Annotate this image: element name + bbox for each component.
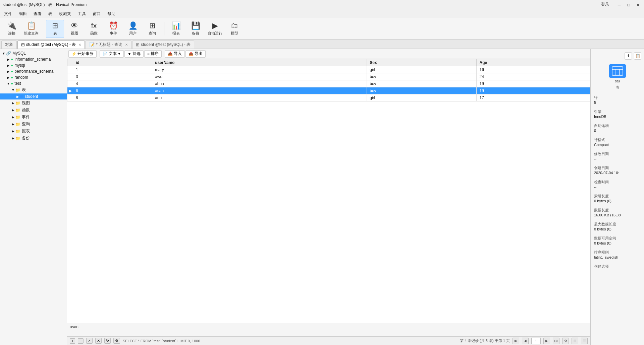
toolbar-sep-2 — [43, 22, 43, 36]
tree-label: 查询 — [22, 121, 30, 127]
menu-查看[interactable]: 查看 — [31, 10, 44, 17]
toolbar-model[interactable]: 🗂模型 — [225, 20, 244, 38]
tree-label: 报表 — [22, 128, 30, 134]
toolbar-report[interactable]: 📊报表 — [167, 20, 185, 38]
import-button[interactable]: 📥 导入 — [165, 50, 185, 58]
cell-username[interactable]: anu — [152, 94, 367, 101]
rp-details-button[interactable]: 📋 — [634, 52, 641, 60]
filter-button[interactable]: ▼ 筛选 — [124, 50, 144, 58]
sidebar-item-information_schema[interactable]: ▶●information_schema — [0, 56, 67, 62]
toolbar-connect[interactable]: 🔌连接 — [3, 20, 21, 38]
sidebar-item-backups[interactable]: ▶📁备份 — [0, 135, 67, 142]
tree-arrow: ▶ — [15, 95, 20, 98]
view-icon: 👁 — [71, 21, 78, 30]
text-button[interactable]: 📄 文本 ▼ — [100, 50, 124, 58]
toolbar-view[interactable]: 👁视图 — [65, 20, 84, 38]
sidebar-item-mysql[interactable]: ▼🔗MySQL — [0, 50, 67, 56]
export-button[interactable]: 📤 导出 — [185, 50, 206, 58]
add-row-button[interactable]: + — [70, 338, 75, 344]
table-row[interactable]: 4 ahua boy 19 — [67, 80, 590, 87]
sidebar-item-tables[interactable]: ▼📁表 — [0, 86, 67, 93]
col-username[interactable]: userName — [152, 59, 367, 66]
col-age[interactable]: Age — [477, 59, 590, 66]
toolbar-newtable[interactable]: 📋新建查询 — [22, 20, 40, 38]
sidebar-item-random[interactable]: ▶●random — [0, 74, 67, 80]
table-container[interactable]: id userName Sex Age 1 mary girl 16 3 awu… — [67, 59, 590, 323]
cell-username[interactable]: ahua — [152, 80, 367, 87]
cancel-button[interactable]: ✕ — [95, 338, 102, 344]
nav-first-button[interactable]: ⏮ — [513, 338, 519, 344]
sidebar-item-mysql_db[interactable]: ▶●mysql — [0, 62, 67, 68]
col-id[interactable]: id — [73, 59, 152, 66]
toolbar-backup[interactable]: 💾备份 — [186, 20, 205, 38]
sort-button[interactable]: ≡ 排序 — [144, 50, 162, 58]
sidebar-item-test[interactable]: ▼●test — [0, 80, 67, 86]
maximize-button[interactable]: □ — [625, 2, 632, 8]
view-form-button[interactable]: ☰ — [581, 338, 588, 344]
rp-prop-label: 排序规则 — [594, 250, 641, 255]
tab-objects[interactable]: 对象 — [1, 41, 17, 49]
cell-username[interactable]: asan — [152, 87, 367, 94]
menu-表[interactable]: 表 — [46, 10, 55, 17]
minimize-button[interactable]: ─ — [616, 2, 623, 8]
menu-帮助[interactable]: 帮助 — [105, 10, 118, 17]
rp-prop-label: 创建日期 — [594, 165, 641, 170]
menu-收藏夹[interactable]: 收藏夹 — [56, 10, 74, 17]
toolbar-user[interactable]: 👤用户 — [124, 20, 142, 38]
nav-prev-button[interactable]: ◀ — [522, 338, 529, 344]
db-icon: ● — [11, 57, 13, 62]
sidebar-item-events[interactable]: ▶📁事件 — [0, 114, 67, 121]
folder-icon: 📁 — [15, 101, 20, 106]
sidebar-item-performance_schema[interactable]: ▶●performance_schema — [0, 68, 67, 74]
menu-工具[interactable]: 工具 — [75, 10, 89, 17]
view-table-button[interactable]: ⊞ — [572, 338, 578, 344]
nav-config-button[interactable]: ⚙ — [562, 338, 569, 344]
delete-row-button[interactable]: − — [78, 338, 83, 344]
rp-prop-value: 0 bytes (0) — [594, 199, 641, 203]
toolbar-table[interactable]: ⊞表 — [46, 20, 64, 38]
toolbar-event[interactable]: ⏰事件 — [104, 20, 122, 38]
sidebar-item-student[interactable]: ▶⊞student — [0, 93, 67, 99]
sidebar-item-reports[interactable]: ▶📁报表 — [0, 128, 67, 135]
col-sex[interactable]: Sex — [367, 59, 477, 66]
confirm-button[interactable]: ✓ — [86, 338, 93, 344]
menu-文件[interactable]: 文件 — [1, 10, 15, 17]
page-input[interactable] — [531, 338, 541, 344]
table-row[interactable]: 3 awu boy 24 — [67, 73, 590, 80]
toolbar-autorun[interactable]: ▶自动运行 — [206, 20, 224, 38]
cell-age: 19 — [477, 80, 590, 87]
table-row[interactable]: 1 mary girl 16 — [67, 66, 590, 73]
tree-arrow: ▼ — [1, 52, 6, 55]
login-label[interactable]: 登录 — [601, 2, 609, 8]
sql-bar: asan — [67, 323, 590, 336]
rp-property: 修改日期 -- — [591, 150, 644, 164]
rp-table-name: stu — [615, 79, 620, 83]
table-row[interactable]: ▶ 6 asan boy 19 — [67, 87, 590, 94]
refresh-button[interactable]: ↻ — [104, 338, 111, 344]
tab-student-table2[interactable]: ⊞student @test (MySQL) - 表 — [132, 41, 194, 49]
config-button[interactable]: ⚙ — [113, 338, 120, 344]
tree-arrow: ▼ — [6, 82, 11, 85]
cell-username[interactable]: awu — [152, 73, 367, 80]
separator2 — [163, 51, 163, 57]
menubar: 文件编辑查看表收藏夹工具窗口帮助 — [0, 10, 644, 18]
begin-transaction-button[interactable]: ⚡ 开始事务 — [68, 50, 97, 58]
toolbar-query[interactable]: ⊞查询 — [143, 20, 161, 38]
tab-untitled-query[interactable]: 📝* 无标题 - 查询✕ — [86, 41, 131, 49]
rp-info-button[interactable]: ℹ — [625, 52, 632, 60]
close-button[interactable]: ✕ — [635, 2, 641, 8]
sidebar-item-views[interactable]: ▶📁视图 — [0, 99, 67, 107]
nav-next-button[interactable]: ▶ — [543, 338, 550, 344]
toolbar-func[interactable]: fx函数 — [85, 20, 103, 38]
window-controls: 登录 ─ □ ✕ — [601, 2, 641, 8]
sidebar-item-queries[interactable]: ▶📁查询 — [0, 121, 67, 128]
menu-窗口[interactable]: 窗口 — [90, 10, 103, 17]
begin-transaction-icon: ⚡ — [71, 52, 76, 56]
table-row[interactable]: 8 anu girl 17 — [67, 94, 590, 101]
sidebar-item-functions[interactable]: ▶📁函数 — [0, 107, 67, 114]
cell-username[interactable]: mary — [152, 66, 367, 73]
tree-label: 事件 — [22, 114, 30, 120]
nav-last-button[interactable]: ⏭ — [553, 338, 559, 344]
tab-student-table[interactable]: ⊞student @test (MySQL) - 表✕ — [17, 41, 85, 49]
menu-编辑[interactable]: 编辑 — [16, 10, 30, 17]
